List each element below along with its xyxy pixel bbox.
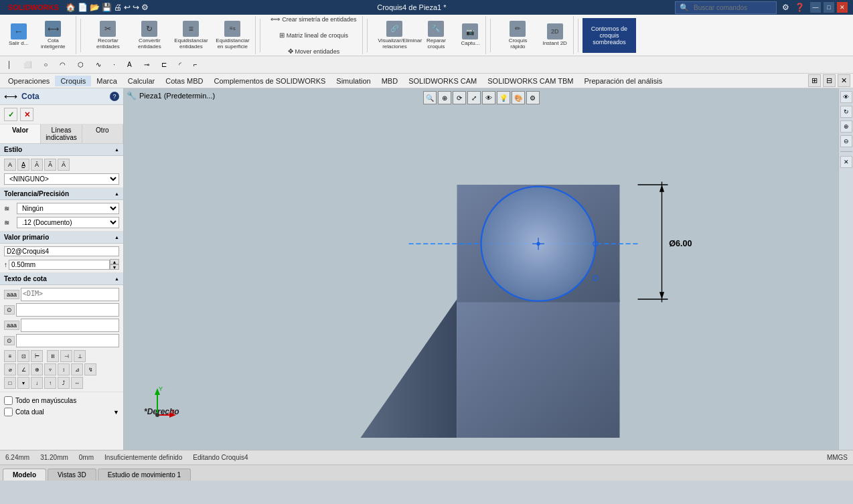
valor-primario-section-header[interactable]: Valor primario — [0, 232, 123, 244]
menu-operaciones[interactable]: Operaciones — [3, 76, 55, 86]
menu-marca[interactable]: Marca — [91, 76, 123, 86]
toolbar-icon-home[interactable]: 🏠 — [66, 3, 76, 12]
vp-btn-7[interactable]: 🎨 — [512, 91, 525, 104]
tab-valor[interactable]: Valor — [0, 124, 41, 143]
menu-cam-tbm[interactable]: SOLIDWORKS CAM TBM — [482, 76, 578, 86]
vp-collapse-icon[interactable]: ⊟ — [823, 74, 836, 87]
menu-mbd[interactable]: MBD — [376, 76, 403, 86]
minimize-button[interactable]: — — [810, 2, 821, 13]
tb2-chamfer-btn[interactable]: ⌐ — [189, 58, 202, 72]
instant2d-button[interactable]: 2D Instant 2D — [539, 18, 570, 53]
menu-calcular[interactable]: Calcular — [123, 76, 160, 86]
valor-primario-field[interactable] — [4, 246, 119, 256]
offset-entities-button[interactable]: ≡ Equidistanciar entidades — [171, 18, 211, 53]
panel-help-button[interactable]: ? — [110, 92, 119, 101]
align-btn-8[interactable]: ∠ — [17, 363, 29, 375]
contornos-button[interactable]: Contornos de croquis sombreados — [583, 18, 636, 53]
rp-btn-2[interactable]: ↻ — [840, 106, 852, 118]
align-btn-9[interactable]: ⊕ — [31, 363, 43, 375]
checkbox-cota-dual[interactable] — [4, 408, 13, 416]
vp-btn-1[interactable]: 🔍 — [423, 91, 437, 104]
align-btn-14[interactable]: □ — [4, 377, 16, 389]
align-btn-13[interactable]: ↯ — [84, 363, 96, 375]
capture-button[interactable]: 📷 Captu... — [457, 18, 483, 53]
rp-btn-4[interactable]: ⊖ — [840, 135, 852, 147]
style-btn-strikethrough[interactable]: Ã — [44, 159, 56, 171]
tb2-line-btn[interactable]: │ — [3, 58, 16, 72]
spinner-down[interactable]: ▼ — [110, 264, 119, 270]
menu-complementos[interactable]: Complementos de SOLIDWORKS — [208, 76, 331, 86]
precision-dropdown[interactable]: .12 (Documento) — [17, 217, 119, 228]
toolbar-icon-undo[interactable]: ↩ — [124, 3, 131, 12]
align-btn-19[interactable]: ↔ — [71, 377, 83, 389]
dim-text-area-4[interactable] — [16, 334, 119, 347]
spinner-up[interactable]: ▲ — [110, 259, 119, 264]
tolerancia-section-header[interactable]: Tolerancia/Precisión — [0, 188, 123, 200]
checkbox-mayusculas[interactable] — [4, 396, 13, 405]
menu-cotas-mbd[interactable]: Cotas MBD — [160, 76, 208, 86]
help-icon[interactable]: ❓ — [795, 3, 805, 12]
menu-croquis[interactable]: Croquis — [55, 76, 91, 86]
tb2-construction-btn[interactable]: ⊸ — [139, 58, 154, 72]
vp-btn-4[interactable]: ⤢ — [467, 91, 481, 104]
tolerancia-dropdown[interactable]: Ningún — [17, 203, 119, 214]
style-btn-overline[interactable]: Ā — [31, 159, 43, 171]
search-input[interactable] — [692, 3, 772, 12]
align-btn-7[interactable]: ⌀ — [4, 363, 16, 375]
style-btn-bold[interactable]: A — [4, 159, 16, 171]
style-btn-special[interactable]: Ä — [58, 159, 70, 171]
move-entities-button[interactable]: ✥ Mover entidades — [267, 44, 360, 60]
align-btn-17[interactable]: ↑ — [44, 377, 56, 389]
rp-btn-3[interactable]: ⊕ — [840, 120, 852, 133]
rp-btn-1[interactable]: 👁 — [840, 91, 852, 103]
vp-btn-3[interactable]: ⟳ — [453, 91, 466, 104]
align-btn-4[interactable]: ⫼ — [47, 350, 59, 362]
toolbar-icon-save[interactable]: 💾 — [102, 3, 112, 12]
align-btn-2[interactable]: ⊡ — [17, 350, 29, 362]
tab-estudio-movimiento[interactable]: Estudio de movimiento 1 — [98, 469, 191, 481]
tb2-point-btn[interactable]: · — [108, 58, 120, 72]
style-dropdown[interactable]: <NINGUNO> — [4, 173, 119, 185]
linear-pattern-button[interactable]: ⊞ Matriz lineal de croquis — [267, 27, 360, 44]
trim-entities-button[interactable]: ✂ Recortar entidades — [88, 18, 128, 53]
align-btn-5[interactable]: ⊣ — [60, 350, 72, 362]
settings-icon[interactable]: ⚙ — [782, 3, 789, 12]
mirror-entities-button[interactable]: ⟺ Crear simetría de entidades — [267, 11, 360, 27]
texto-cota-section-header[interactable]: Texto de cota — [0, 273, 123, 285]
align-btn-6[interactable]: ⊥ — [74, 350, 86, 362]
align-btn-15[interactable]: ▾ — [17, 377, 29, 389]
toolbar-icon-options[interactable]: ⚙ — [141, 3, 149, 12]
menu-preparacion[interactable]: Preparación del análisis — [578, 76, 668, 86]
rp-btn-5[interactable]: ✕ — [840, 156, 852, 168]
estilo-section-header[interactable]: Estilo — [0, 144, 123, 156]
convert-entities-button[interactable]: ↻ Convertir entidades — [129, 18, 169, 53]
window-controls[interactable]: — □ ✕ — [810, 2, 848, 13]
menu-solidworks-cam[interactable]: SOLIDWORKS CAM — [403, 76, 482, 86]
vp-btn-5[interactable]: 👁 — [482, 91, 495, 104]
tab-otro[interactable]: Otro — [82, 124, 123, 143]
tb2-text-btn[interactable]: A — [123, 58, 137, 72]
tb2-polygon-btn[interactable]: ⬡ — [73, 58, 88, 72]
confirm-button[interactable]: ✓ — [4, 108, 17, 121]
tb2-arc-btn[interactable]: ◠ — [55, 58, 70, 72]
align-btn-3[interactable]: ⊢ — [31, 350, 43, 362]
toolbar-icon-open[interactable]: 📂 — [90, 3, 100, 12]
align-btn-1[interactable]: ≡ — [4, 350, 16, 362]
dim-text-area-2[interactable] — [16, 303, 119, 317]
quick-sketch-button[interactable]: ✏ Croquis rápido — [497, 18, 538, 53]
tab-lineas[interactable]: Líneas indicativas — [41, 124, 82, 143]
vp-btn-6[interactable]: 💡 — [497, 91, 510, 104]
cancel-button[interactable]: ✕ — [20, 108, 33, 121]
align-btn-10[interactable]: ▿ — [44, 363, 56, 375]
toolbar-icon-print[interactable]: 🖨 — [114, 3, 122, 12]
tab-vistas3d[interactable]: Vistas 3D — [48, 469, 96, 481]
align-btn-11[interactable]: ↕ — [58, 363, 70, 375]
dim-text-area-3[interactable] — [21, 319, 119, 332]
align-btn-16[interactable]: ↓ — [31, 377, 43, 389]
maximize-button[interactable]: □ — [824, 2, 834, 13]
align-btn-12[interactable]: ⊿ — [71, 363, 83, 375]
tb2-circle-btn[interactable]: ○ — [39, 58, 52, 72]
smart-dimension-button[interactable]: ⟷ Cota inteligente — [33, 18, 73, 53]
repair-sketch-button[interactable]: 🔧 Reparar croquis — [416, 18, 456, 53]
increment-input[interactable] — [9, 260, 110, 270]
